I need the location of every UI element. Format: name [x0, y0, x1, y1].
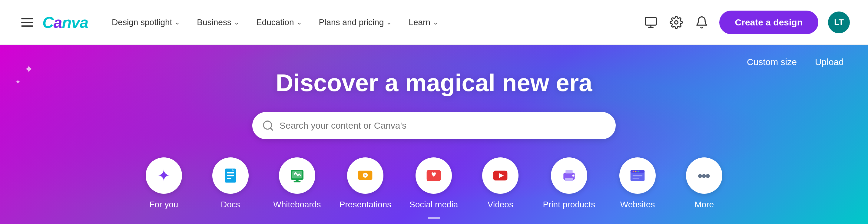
- avatar[interactable]: LT: [828, 11, 850, 33]
- svg-rect-22: [565, 178, 573, 181]
- sparkle-decoration: ✦: [24, 63, 33, 76]
- hero-corner-actions: Custom size Upload: [747, 57, 844, 67]
- create-design-button[interactable]: Create a design: [719, 10, 818, 34]
- svg-point-3: [675, 21, 678, 24]
- svg-rect-29: [633, 175, 643, 177]
- nav-item-learn[interactable]: Learn ⌄: [400, 14, 447, 31]
- notifications-icon[interactable]: [694, 14, 710, 30]
- category-print-products[interactable]: Print products: [543, 157, 595, 210]
- custom-size-button[interactable]: Custom size: [747, 57, 797, 67]
- category-label-more: More: [694, 200, 714, 210]
- navbar-left: Canva Design spotlight ⌄ Business ⌄ Educ…: [18, 14, 447, 31]
- category-presentations[interactable]: Presentations: [340, 157, 391, 210]
- category-whiteboards[interactable]: Whiteboards: [273, 157, 321, 210]
- svg-rect-8: [227, 175, 234, 177]
- chevron-down-icon: ⌄: [175, 19, 180, 26]
- monitor-icon[interactable]: [643, 14, 659, 30]
- hero-title: Discover a magical new era: [276, 69, 592, 97]
- svg-rect-21: [565, 170, 572, 173]
- scroll-indicator: [428, 217, 440, 219]
- sparkle-decoration-small: ✦: [15, 78, 21, 86]
- svg-point-23: [572, 175, 574, 177]
- category-videos[interactable]: Videos: [476, 157, 525, 210]
- category-label-for-you: For you: [149, 200, 178, 210]
- svg-rect-7: [227, 172, 234, 173]
- category-label-docs: Docs: [221, 200, 240, 210]
- settings-icon[interactable]: [669, 14, 684, 30]
- category-circle-social-media: [415, 157, 452, 194]
- svg-rect-9: [227, 178, 231, 179]
- svg-rect-30: [633, 178, 639, 179]
- chevron-down-icon: ⌄: [297, 19, 302, 26]
- category-label-websites: Websites: [620, 200, 655, 210]
- search-icon: [262, 120, 274, 132]
- category-more[interactable]: ••• More: [680, 157, 728, 210]
- category-circle-print-products: [551, 157, 587, 194]
- category-websites[interactable]: Websites: [613, 157, 662, 210]
- chevron-down-icon: ⌄: [433, 19, 438, 26]
- category-circle-more: •••: [686, 157, 722, 194]
- canva-logo[interactable]: Canva: [42, 14, 88, 30]
- svg-line-5: [271, 128, 273, 130]
- svg-point-27: [635, 171, 637, 172]
- category-circle-videos: [482, 157, 519, 194]
- category-for-you[interactable]: ✦ For you: [140, 157, 188, 210]
- categories-row: ✦ For you Docs: [140, 157, 728, 210]
- category-label-whiteboards: Whiteboards: [273, 200, 321, 210]
- nav-item-education[interactable]: Education ⌄: [248, 14, 310, 31]
- search-input[interactable]: [252, 112, 616, 139]
- search-bar-container: [252, 112, 616, 139]
- svg-rect-13: [293, 181, 301, 183]
- upload-button[interactable]: Upload: [815, 57, 844, 67]
- nav-item-plans-pricing[interactable]: Plans and pricing ⌄: [310, 14, 400, 31]
- nav-item-design-spotlight[interactable]: Design spotlight ⌄: [103, 14, 188, 31]
- navbar: Canva Design spotlight ⌄ Business ⌄ Educ…: [0, 0, 868, 45]
- svg-point-26: [633, 171, 634, 172]
- navbar-right: Create a design LT: [643, 10, 850, 34]
- category-circle-for-you: ✦: [146, 157, 182, 194]
- category-circle-docs: [212, 157, 249, 194]
- hero-section: ✦ ✦ Custom size Upload Discover a magica…: [0, 45, 868, 224]
- category-circle-whiteboards: [279, 157, 315, 194]
- category-circle-presentations: [347, 157, 383, 194]
- chevron-down-icon: ⌄: [386, 19, 392, 26]
- category-docs[interactable]: Docs: [206, 157, 255, 210]
- chevron-down-icon: ⌄: [234, 19, 239, 26]
- category-label-videos: Videos: [488, 200, 513, 210]
- svg-point-28: [638, 171, 639, 172]
- svg-rect-0: [645, 17, 656, 25]
- nav-item-business[interactable]: Business ⌄: [188, 14, 248, 31]
- category-social-media[interactable]: Social media: [409, 157, 458, 210]
- category-label-print-products: Print products: [543, 200, 595, 210]
- category-label-presentations: Presentations: [340, 200, 391, 210]
- nav-links: Design spotlight ⌄ Business ⌄ Education …: [103, 14, 447, 31]
- hamburger-button[interactable]: [18, 15, 36, 30]
- category-circle-websites: [619, 157, 656, 194]
- category-label-social-media: Social media: [409, 200, 458, 210]
